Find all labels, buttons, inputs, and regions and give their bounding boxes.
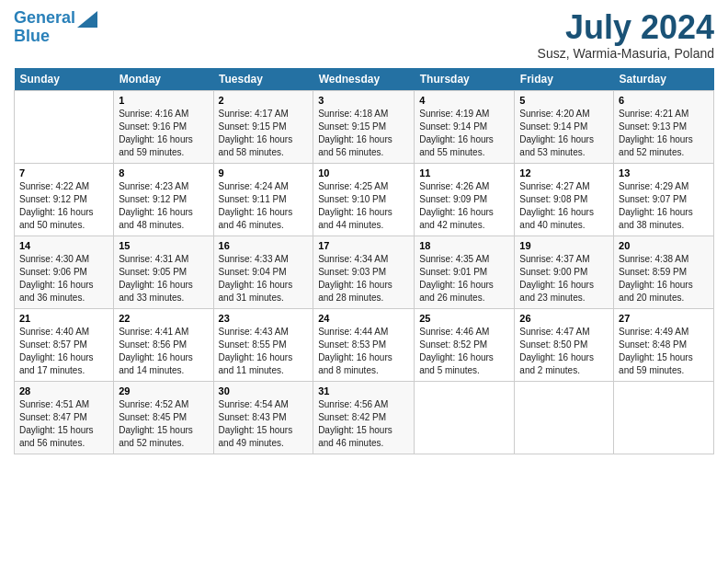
day-info: Sunrise: 4:46 AM Sunset: 8:52 PM Dayligh…	[419, 327, 494, 375]
calendar-cell: 13Sunrise: 4:29 AM Sunset: 9:07 PM Dayli…	[614, 163, 714, 236]
day-info: Sunrise: 4:49 AM Sunset: 8:48 PM Dayligh…	[619, 327, 693, 375]
calendar-cell	[15, 90, 114, 163]
weekday-header-wednesday: Wednesday	[313, 68, 415, 91]
calendar-cell: 23Sunrise: 4:43 AM Sunset: 8:55 PM Dayli…	[213, 308, 313, 381]
day-info: Sunrise: 4:35 AM Sunset: 9:01 PM Dayligh…	[419, 254, 494, 303]
calendar-cell: 22Sunrise: 4:41 AM Sunset: 8:56 PM Dayli…	[114, 308, 213, 381]
calendar-cell: 28Sunrise: 4:51 AM Sunset: 8:47 PM Dayli…	[15, 381, 114, 454]
calendar-cell	[415, 381, 515, 454]
weekday-header-saturday: Saturday	[614, 68, 714, 91]
calendar-cell: 7Sunrise: 4:22 AM Sunset: 9:12 PM Daylig…	[15, 163, 114, 236]
calendar-cell: 11Sunrise: 4:26 AM Sunset: 9:09 PM Dayli…	[415, 163, 515, 236]
day-info: Sunrise: 4:20 AM Sunset: 9:14 PM Dayligh…	[519, 109, 594, 157]
logo-icon	[77, 11, 97, 28]
day-info: Sunrise: 4:25 AM Sunset: 9:10 PM Dayligh…	[318, 181, 392, 230]
calendar-cell: 1Sunrise: 4:16 AM Sunset: 9:16 PM Daylig…	[114, 90, 213, 163]
day-info: Sunrise: 4:31 AM Sunset: 9:05 PM Dayligh…	[119, 254, 193, 303]
day-number: 8	[119, 167, 208, 178]
calendar-cell: 19Sunrise: 4:37 AM Sunset: 9:00 PM Dayli…	[515, 236, 614, 308]
calendar-cell: 6Sunrise: 4:21 AM Sunset: 9:13 PM Daylig…	[614, 90, 714, 163]
week-row-1: 1Sunrise: 4:16 AM Sunset: 9:16 PM Daylig…	[15, 90, 714, 163]
week-row-2: 7Sunrise: 4:22 AM Sunset: 9:12 PM Daylig…	[15, 163, 714, 236]
calendar-cell: 30Sunrise: 4:54 AM Sunset: 8:43 PM Dayli…	[213, 381, 313, 454]
calendar-cell: 29Sunrise: 4:52 AM Sunset: 8:45 PM Dayli…	[114, 381, 213, 454]
calendar-cell: 17Sunrise: 4:34 AM Sunset: 9:03 PM Dayli…	[313, 236, 415, 308]
day-number: 18	[419, 240, 509, 251]
day-info: Sunrise: 4:22 AM Sunset: 9:12 PM Dayligh…	[19, 181, 94, 230]
day-info: Sunrise: 4:27 AM Sunset: 9:08 PM Dayligh…	[519, 181, 594, 230]
day-number: 22	[119, 313, 208, 324]
day-number: 1	[119, 95, 208, 106]
day-info: Sunrise: 4:38 AM Sunset: 8:59 PM Dayligh…	[619, 254, 693, 303]
header: General Blue July 2024 Susz, Warmia-Masu…	[14, 9, 714, 61]
calendar-cell: 14Sunrise: 4:30 AM Sunset: 9:06 PM Dayli…	[15, 236, 114, 308]
calendar-cell: 24Sunrise: 4:44 AM Sunset: 8:53 PM Dayli…	[313, 308, 415, 381]
day-number: 13	[619, 167, 709, 178]
day-number: 2	[219, 95, 309, 106]
day-number: 9	[219, 167, 309, 178]
location: Susz, Warmia-Masuria, Poland	[538, 46, 714, 61]
calendar-cell: 20Sunrise: 4:38 AM Sunset: 8:59 PM Dayli…	[614, 236, 714, 308]
calendar-cell: 4Sunrise: 4:19 AM Sunset: 9:14 PM Daylig…	[415, 90, 515, 163]
day-info: Sunrise: 4:19 AM Sunset: 9:14 PM Dayligh…	[419, 109, 494, 157]
day-info: Sunrise: 4:43 AM Sunset: 8:55 PM Dayligh…	[219, 327, 293, 375]
calendar-cell: 2Sunrise: 4:17 AM Sunset: 9:15 PM Daylig…	[213, 90, 313, 163]
calendar-cell: 15Sunrise: 4:31 AM Sunset: 9:05 PM Dayli…	[114, 236, 213, 308]
day-number: 4	[419, 95, 509, 106]
day-info: Sunrise: 4:24 AM Sunset: 9:11 PM Dayligh…	[219, 181, 293, 230]
day-info: Sunrise: 4:26 AM Sunset: 9:09 PM Dayligh…	[419, 181, 494, 230]
weekday-header-thursday: Thursday	[415, 68, 515, 91]
calendar-cell	[515, 381, 614, 454]
day-number: 10	[318, 167, 409, 178]
day-info: Sunrise: 4:56 AM Sunset: 8:42 PM Dayligh…	[318, 399, 392, 448]
day-number: 30	[219, 385, 309, 396]
day-number: 27	[619, 313, 709, 324]
day-number: 21	[19, 313, 108, 324]
day-number: 17	[318, 240, 409, 251]
day-number: 23	[219, 313, 309, 324]
month-title: July 2024	[538, 9, 714, 46]
weekday-header-monday: Monday	[114, 68, 213, 91]
day-number: 6	[619, 95, 709, 106]
day-info: Sunrise: 4:18 AM Sunset: 9:15 PM Dayligh…	[318, 109, 392, 157]
day-info: Sunrise: 4:33 AM Sunset: 9:04 PM Dayligh…	[219, 254, 293, 303]
day-number: 20	[619, 240, 709, 251]
day-info: Sunrise: 4:34 AM Sunset: 9:03 PM Dayligh…	[318, 254, 392, 303]
day-info: Sunrise: 4:47 AM Sunset: 8:50 PM Dayligh…	[519, 327, 594, 375]
week-row-4: 21Sunrise: 4:40 AM Sunset: 8:57 PM Dayli…	[15, 308, 714, 381]
day-info: Sunrise: 4:30 AM Sunset: 9:06 PM Dayligh…	[19, 254, 94, 303]
day-info: Sunrise: 4:41 AM Sunset: 8:56 PM Dayligh…	[119, 327, 193, 375]
week-row-5: 28Sunrise: 4:51 AM Sunset: 8:47 PM Dayli…	[15, 381, 714, 454]
calendar-cell: 26Sunrise: 4:47 AM Sunset: 8:50 PM Dayli…	[515, 308, 614, 381]
day-info: Sunrise: 4:44 AM Sunset: 8:53 PM Dayligh…	[318, 327, 392, 375]
day-number: 14	[19, 240, 108, 251]
calendar-cell: 21Sunrise: 4:40 AM Sunset: 8:57 PM Dayli…	[15, 308, 114, 381]
day-number: 3	[318, 95, 409, 106]
day-number: 28	[19, 385, 108, 396]
calendar-cell: 9Sunrise: 4:24 AM Sunset: 9:11 PM Daylig…	[213, 163, 313, 236]
day-info: Sunrise: 4:29 AM Sunset: 9:07 PM Dayligh…	[619, 181, 693, 230]
day-info: Sunrise: 4:51 AM Sunset: 8:47 PM Dayligh…	[19, 399, 94, 448]
weekday-header-sunday: Sunday	[15, 68, 114, 91]
day-number: 31	[318, 385, 409, 396]
day-number: 29	[119, 385, 208, 396]
calendar-cell: 25Sunrise: 4:46 AM Sunset: 8:52 PM Dayli…	[415, 308, 515, 381]
calendar-cell: 27Sunrise: 4:49 AM Sunset: 8:48 PM Dayli…	[614, 308, 714, 381]
calendar-cell: 8Sunrise: 4:23 AM Sunset: 9:12 PM Daylig…	[114, 163, 213, 236]
calendar-cell: 5Sunrise: 4:20 AM Sunset: 9:14 PM Daylig…	[515, 90, 614, 163]
day-info: Sunrise: 4:40 AM Sunset: 8:57 PM Dayligh…	[19, 327, 94, 375]
day-number: 7	[19, 167, 108, 178]
calendar-cell: 3Sunrise: 4:18 AM Sunset: 9:15 PM Daylig…	[313, 90, 415, 163]
svg-marker-0	[77, 11, 97, 28]
title-block: July 2024 Susz, Warmia-Masuria, Poland	[538, 9, 714, 61]
day-info: Sunrise: 4:37 AM Sunset: 9:00 PM Dayligh…	[519, 254, 594, 303]
day-number: 25	[419, 313, 509, 324]
calendar-cell: 18Sunrise: 4:35 AM Sunset: 9:01 PM Dayli…	[415, 236, 515, 308]
weekday-header-tuesday: Tuesday	[213, 68, 313, 91]
day-info: Sunrise: 4:16 AM Sunset: 9:16 PM Dayligh…	[119, 109, 193, 157]
day-number: 15	[119, 240, 208, 251]
calendar-cell	[614, 381, 714, 454]
day-info: Sunrise: 4:54 AM Sunset: 8:43 PM Dayligh…	[219, 399, 293, 448]
logo-text: General Blue	[14, 9, 75, 46]
day-number: 26	[519, 313, 609, 324]
